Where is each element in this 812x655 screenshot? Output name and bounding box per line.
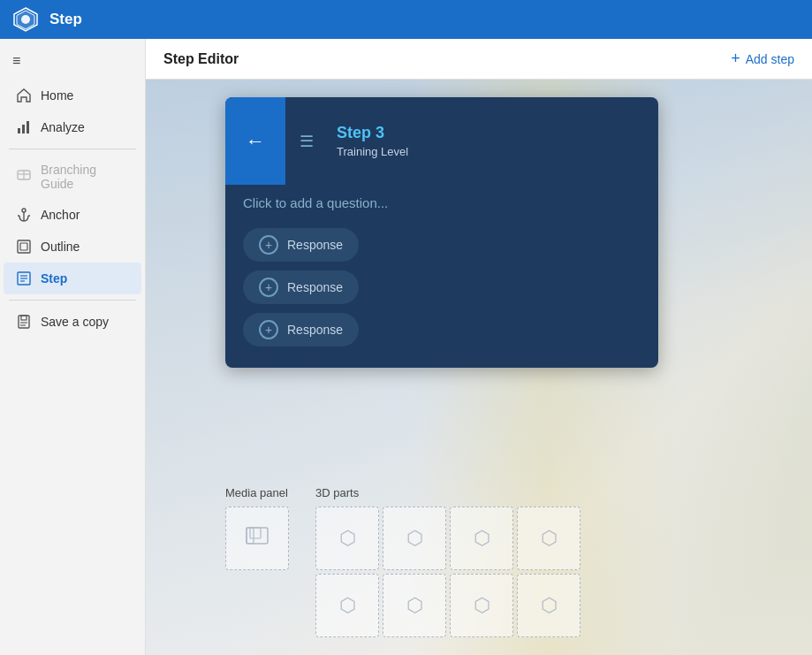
3d-part-cell-5[interactable]: ⬡	[315, 574, 379, 637]
3d-part-cell-6[interactable]: ⬡	[383, 574, 446, 637]
sidebar-divider-1	[9, 149, 136, 149]
page-title: Step Editor	[163, 51, 239, 67]
svg-point-2	[21, 15, 30, 24]
step-card-responses: + Response + Response + Response	[225, 228, 658, 368]
3d-icon-6: ⬡	[406, 594, 423, 617]
3d-part-cell-4[interactable]: ⬡	[517, 506, 581, 570]
main-layout: ≡ Home Analyze	[0, 39, 812, 655]
svg-point-9	[22, 209, 26, 212]
canvas-area: ← ☰ Step 3 Training Level Click to add a…	[146, 80, 812, 655]
media-panel-cell[interactable]	[225, 506, 289, 570]
sidebar-item-anchor[interactable]: Anchor	[4, 199, 141, 231]
3d-parts-section: 3D parts ⬡ ⬡ ⬡ ⬡ ⬡ ⬡ ⬡ ⬡	[315, 486, 581, 637]
3d-part-cell-7[interactable]: ⬡	[450, 574, 513, 637]
media-panel-section: Media panel	[225, 486, 289, 637]
response-button-3[interactable]: + Response	[243, 313, 359, 347]
anchor-icon	[16, 207, 32, 223]
step-card-name: Step 3	[337, 124, 408, 142]
step-card-subtitle: Training Level	[337, 145, 408, 158]
step-card-question[interactable]: Click to add a question...	[225, 185, 658, 228]
app-logo	[12, 6, 39, 33]
3d-icon-5: ⬡	[339, 594, 356, 617]
svg-rect-20	[21, 316, 27, 320]
3d-icon-3: ⬡	[474, 527, 490, 550]
response-plus-icon-3: +	[259, 320, 278, 339]
outline-icon	[16, 239, 32, 255]
response-plus-icon-1: +	[259, 235, 278, 255]
3d-parts-row-1: ⬡ ⬡ ⬡ ⬡	[315, 506, 581, 570]
3d-icon-7: ⬡	[474, 594, 490, 617]
3d-icon-1: ⬡	[339, 527, 356, 550]
svg-rect-19	[19, 316, 29, 328]
plus-icon: +	[731, 50, 740, 68]
topbar: Step	[0, 0, 812, 39]
add-step-button[interactable]: + Add step	[731, 50, 794, 68]
3d-parts-label: 3D parts	[315, 486, 581, 499]
sidebar-item-branching-guide-label: Branching Guide	[41, 163, 129, 191]
sidebar-item-outline-label: Outline	[41, 240, 80, 254]
svg-rect-13	[18, 240, 30, 253]
response-label-3: Response	[287, 323, 343, 337]
step-card-header: ← ☰ Step 3 Training Level	[225, 97, 658, 185]
panels-area: Media panel	[225, 486, 581, 637]
response-plus-icon-2: +	[259, 278, 278, 297]
step-card-back-button[interactable]: ←	[225, 97, 285, 185]
branch-icon	[16, 169, 32, 185]
sidebar-item-save-copy[interactable]: Save a copy	[4, 306, 141, 338]
svg-rect-5	[27, 121, 29, 133]
main-content: Step Editor + Add step ← ☰ Step 3	[146, 39, 812, 655]
media-panel-grid	[225, 506, 289, 570]
home-icon	[16, 88, 32, 103]
step-icon	[16, 270, 32, 286]
sidebar-item-outline[interactable]: Outline	[4, 231, 141, 263]
app-title: Step	[49, 11, 82, 28]
back-arrow-icon: ←	[246, 130, 265, 153]
3d-parts-row-2: ⬡ ⬡ ⬡ ⬡	[315, 574, 581, 637]
sidebar-item-step[interactable]: Step	[4, 263, 141, 294]
add-step-label: Add step	[746, 52, 794, 66]
3d-part-cell-2[interactable]: ⬡	[383, 506, 446, 570]
media-panel-label: Media panel	[225, 486, 289, 499]
sidebar-item-analyze[interactable]: Analyze	[4, 111, 141, 143]
svg-rect-4	[22, 125, 25, 133]
svg-rect-3	[18, 128, 20, 133]
image-icon	[245, 523, 269, 553]
sidebar-divider-2	[9, 300, 136, 301]
sidebar: ≡ Home Analyze	[0, 39, 146, 655]
analyze-icon	[16, 119, 32, 135]
list-icon: ☰	[300, 132, 314, 151]
menu-icon[interactable]: ≡	[0, 46, 145, 80]
step-card-title-area: Step 3 Training Level	[323, 110, 422, 172]
sidebar-item-branching-guide: Branching Guide	[4, 155, 141, 199]
response-button-2[interactable]: + Response	[243, 270, 359, 304]
sidebar-item-home[interactable]: Home	[4, 80, 141, 111]
save-icon	[16, 314, 32, 330]
3d-icon-2: ⬡	[406, 527, 423, 550]
sidebar-item-step-label: Step	[41, 271, 67, 286]
3d-part-cell-3[interactable]: ⬡	[450, 506, 513, 570]
svg-rect-14	[20, 243, 27, 250]
3d-part-cell-8[interactable]: ⬡	[517, 574, 581, 637]
sidebar-item-anchor-label: Anchor	[41, 208, 80, 222]
sidebar-item-save-copy-label: Save a copy	[41, 315, 109, 329]
response-button-1[interactable]: + Response	[243, 228, 359, 262]
3d-icon-8: ⬡	[541, 594, 558, 617]
main-header: Step Editor + Add step	[146, 39, 812, 80]
3d-icon-4: ⬡	[541, 527, 558, 550]
svg-rect-24	[250, 528, 261, 538]
response-label-1: Response	[287, 238, 343, 252]
sidebar-item-analyze-label: Analyze	[41, 120, 85, 134]
3d-part-cell-1[interactable]: ⬡	[315, 506, 379, 570]
response-label-2: Response	[287, 280, 343, 294]
step-card: ← ☰ Step 3 Training Level Click to add a…	[225, 97, 658, 368]
3d-parts-grid: ⬡ ⬡ ⬡ ⬡ ⬡ ⬡ ⬡ ⬡	[315, 506, 581, 637]
sidebar-item-home-label: Home	[41, 88, 73, 103]
